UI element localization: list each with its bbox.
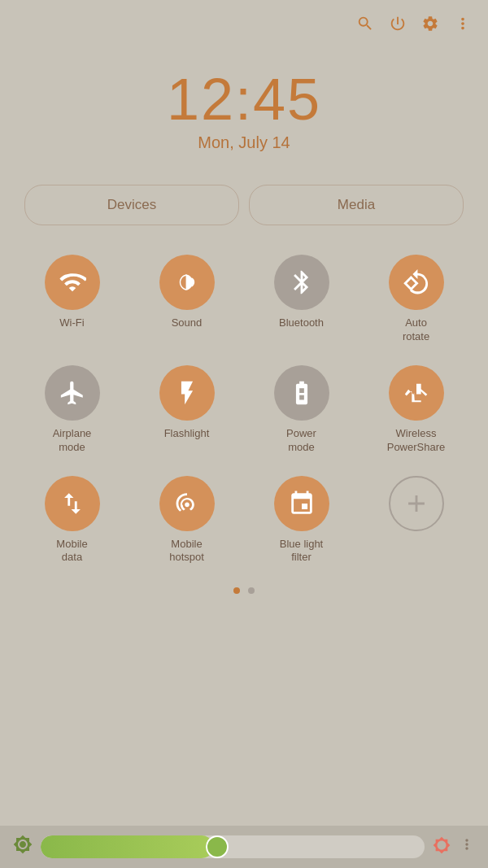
wireless-share-label: WirelessPowerShare: [387, 427, 446, 455]
mobile-data-label: Mobiledata: [56, 538, 87, 565]
wireless-share-icon-circle: [389, 365, 444, 421]
qs-item-hotspot[interactable]: Mobilehotspot: [129, 469, 244, 572]
devices-button[interactable]: Devices: [24, 185, 239, 225]
wifi-icon-circle: [45, 255, 100, 310]
quick-settings-grid: Wi-Fi Sound Bluetooth Autorotate Airplan…: [0, 248, 488, 571]
qs-item-wireless-share[interactable]: WirelessPowerShare: [359, 359, 473, 461]
add-icon-circle: [389, 476, 444, 531]
qs-item-bluetooth[interactable]: Bluetooth: [244, 248, 359, 351]
qs-item-mobile-data[interactable]: Mobiledata: [15, 469, 129, 572]
more-icon[interactable]: [454, 15, 472, 37]
brightness-low-icon: [13, 835, 33, 859]
media-button[interactable]: Media: [249, 185, 464, 225]
autorotate-label: Autorotate: [403, 316, 429, 344]
qs-item-autorotate[interactable]: Autorotate: [359, 248, 473, 351]
qs-item-power-mode[interactable]: Powermode: [244, 359, 359, 461]
clock-area: 12:45 Mon, July 14: [0, 70, 488, 152]
sound-label: Sound: [172, 316, 203, 330]
search-icon[interactable]: [356, 15, 374, 37]
qs-item-blue-light[interactable]: Blue lightfilter: [244, 469, 359, 572]
power-mode-icon-circle: [274, 365, 329, 421]
power-mode-label: Powermode: [286, 427, 316, 455]
qs-item-sound[interactable]: Sound: [129, 248, 244, 351]
settings-icon[interactable]: [421, 15, 439, 37]
autorotate-icon-circle: [389, 255, 444, 310]
hotspot-icon-circle: [159, 476, 215, 531]
flashlight-icon-circle: [159, 365, 215, 421]
blue-light-icon-circle: [274, 476, 329, 531]
sound-icon-circle: [159, 255, 215, 310]
brightness-track[interactable]: [41, 835, 425, 858]
blue-light-label: Blue lightfilter: [280, 538, 323, 565]
device-media-row: Devices Media: [0, 185, 488, 225]
brightness-thumb: [206, 835, 229, 858]
brightness-bar: [0, 826, 488, 868]
flashlight-label: Flashlight: [164, 427, 210, 441]
qs-item-airplane[interactable]: Airplanemode: [15, 359, 129, 461]
brightness-more-icon[interactable]: [459, 836, 475, 857]
airplane-label: Airplanemode: [53, 427, 92, 455]
bluetooth-label: Bluetooth: [279, 316, 324, 330]
qs-item-flashlight[interactable]: Flashlight: [129, 359, 244, 461]
qs-item-add[interactable]: [359, 469, 473, 572]
airplane-icon-circle: [45, 365, 100, 421]
dot-1: [233, 587, 240, 594]
dot-2: [248, 587, 255, 594]
page-dots: [0, 587, 488, 594]
clock-time: 12:45: [0, 70, 488, 129]
hotspot-label: Mobilehotspot: [169, 538, 204, 565]
power-icon[interactable]: [389, 15, 407, 37]
bluetooth-icon-circle: [274, 255, 329, 310]
mobile-data-icon-circle: [45, 476, 100, 531]
qs-item-wifi[interactable]: Wi-Fi: [15, 248, 129, 351]
brightness-high-icon: [433, 836, 451, 858]
wifi-label: Wi-Fi: [59, 316, 84, 330]
brightness-fill: [41, 835, 213, 858]
top-bar: [0, 0, 488, 46]
clock-date: Mon, July 14: [0, 133, 488, 152]
